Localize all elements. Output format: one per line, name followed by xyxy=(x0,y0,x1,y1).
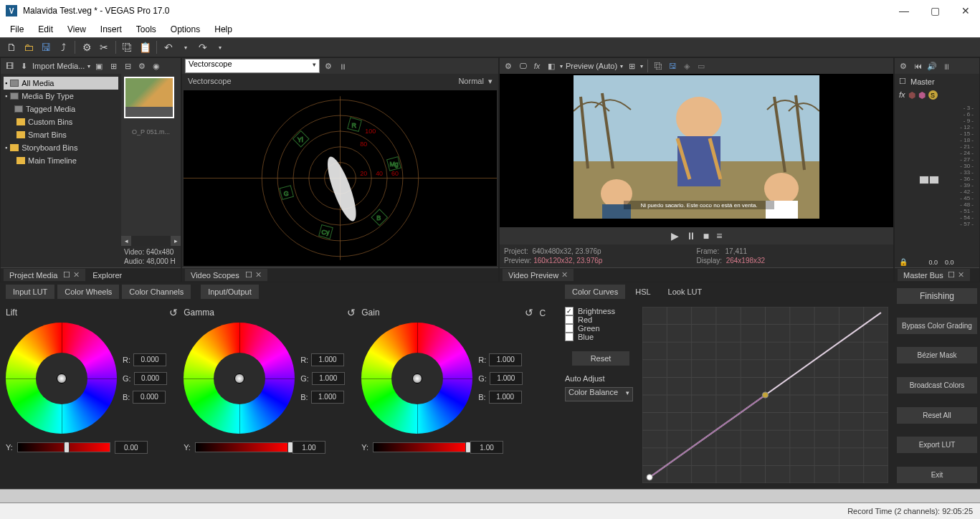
skip-start-icon[interactable]: ⏮ xyxy=(912,60,923,72)
y-input[interactable] xyxy=(470,441,503,454)
color-wheel[interactable] xyxy=(361,323,472,434)
color-wheel[interactable] xyxy=(6,323,117,434)
get-media-icon[interactable]: ⊞ xyxy=(108,60,119,72)
stop-button[interactable]: ■ xyxy=(703,230,709,242)
save-snapshot-icon[interactable]: 🖫 xyxy=(667,60,678,72)
channel-blue[interactable]: Blue xyxy=(565,333,637,341)
split-screen-icon[interactable]: ◧ xyxy=(546,60,557,72)
master-plugin-icon-3[interactable]: S xyxy=(928,90,938,100)
overlay-icon[interactable]: ⊞ xyxy=(626,60,637,72)
tab-color-curves[interactable]: Color Curves xyxy=(565,285,625,299)
menu-file[interactable]: File xyxy=(3,23,31,36)
menu-help[interactable]: Help xyxy=(207,23,239,36)
master-plugin-icon-1[interactable]: ⬢ xyxy=(908,90,915,100)
tab-video-preview[interactable]: Video Preview ✕ xyxy=(503,269,574,281)
tab-color-wheels[interactable]: Color Wheels xyxy=(57,285,119,299)
tab-input-lut[interactable]: Input LUT xyxy=(6,285,54,299)
color-wheel[interactable] xyxy=(184,323,295,434)
cut-icon[interactable]: ✂ xyxy=(97,40,111,54)
g-input[interactable] xyxy=(490,372,523,385)
tab-explorer[interactable]: Explorer xyxy=(87,270,128,281)
g-input[interactable] xyxy=(134,372,167,385)
copy-snapshot-icon[interactable]: ⿻ xyxy=(652,60,664,72)
b-input[interactable] xyxy=(489,391,522,404)
mixer-options-icon[interactable]: ⫼ xyxy=(941,60,952,72)
undo-dropdown-icon[interactable]: ▾ xyxy=(179,40,193,54)
tab-master-bus[interactable]: Master Bus ☐ ✕ xyxy=(898,269,970,281)
reset-icon[interactable]: ↺ xyxy=(347,307,356,318)
y-input[interactable] xyxy=(292,441,325,454)
media-props-icon[interactable]: ⚙ xyxy=(136,60,148,72)
toggle-icon-1[interactable]: ◈ xyxy=(681,60,693,72)
media-icon-1[interactable]: 🎞 xyxy=(4,60,15,72)
pause-button[interactable]: ⏸ xyxy=(686,230,696,242)
scope-settings-icon[interactable]: ⚙ xyxy=(323,60,334,72)
menu-insert[interactable]: Insert xyxy=(93,23,129,36)
tree-media-by-type[interactable]: ▪Media By Type xyxy=(4,90,118,103)
media-scrollbar[interactable]: ◂▸ xyxy=(121,236,181,246)
bezier-mask-button[interactable]: Bézier Mask xyxy=(897,347,977,363)
reset-icon[interactable]: ↺ xyxy=(525,307,533,318)
scope-mode-dropdown[interactable]: Normal ▾ xyxy=(458,77,493,86)
capture-icon[interactable]: ▣ xyxy=(93,60,105,72)
video-fx-icon[interactable]: fx xyxy=(531,60,543,72)
save-icon[interactable]: 🖫 xyxy=(39,40,53,54)
curves-canvas[interactable] xyxy=(642,307,888,483)
maximize-button[interactable]: ▢ xyxy=(926,4,944,18)
auto-adjust-dropdown[interactable]: Color Balance xyxy=(565,387,633,401)
playlist-button[interactable]: ≡ xyxy=(716,230,722,242)
r-input[interactable] xyxy=(489,353,522,366)
import-media-button[interactable]: Import Media... xyxy=(32,62,85,70)
master-plugin-icon-2[interactable]: ⬢ xyxy=(918,90,926,100)
channel-brightness[interactable]: ✓Brightness xyxy=(565,307,637,315)
exit-button[interactable]: Exit xyxy=(897,467,977,483)
scope-histogram-icon[interactable]: ⫼ xyxy=(337,60,348,72)
import-icon[interactable]: ⬇ xyxy=(18,60,29,72)
timeline-scroll-area[interactable] xyxy=(0,489,980,503)
menu-view[interactable]: View xyxy=(60,23,93,36)
close-button[interactable]: ✕ xyxy=(957,4,974,18)
tab-hsl[interactable]: HSL xyxy=(628,285,657,299)
g-input[interactable] xyxy=(312,372,345,385)
render-icon[interactable]: ⤴ xyxy=(56,40,70,54)
y-slider[interactable] xyxy=(373,442,466,452)
b-input[interactable] xyxy=(133,391,166,404)
tree-tagged-media[interactable]: Tagged Media xyxy=(4,103,118,115)
open-icon[interactable]: 🗀 xyxy=(22,40,36,54)
y-input[interactable] xyxy=(115,441,148,454)
play-button[interactable]: ▶ xyxy=(671,230,679,242)
b-input[interactable] xyxy=(311,391,344,404)
remove-icon[interactable]: ⊟ xyxy=(122,60,133,72)
broadcast-colors-button[interactable]: Broadcast Colors xyxy=(897,377,977,394)
undo-icon[interactable]: ↶ xyxy=(161,40,176,54)
external-monitor-icon[interactable]: 🖵 xyxy=(517,60,528,72)
menu-edit[interactable]: Edit xyxy=(31,23,60,36)
tab-video-scopes[interactable]: Video Scopes ☐ ✕ xyxy=(185,269,267,281)
scope-type-dropdown[interactable]: Vectorscope xyxy=(185,59,320,73)
dim-icon[interactable]: 🔊 xyxy=(926,60,938,72)
menu-tools[interactable]: Tools xyxy=(129,23,163,36)
y-slider[interactable] xyxy=(195,442,288,452)
curves-reset-button[interactable]: Reset xyxy=(572,351,629,366)
mute-solo-buttons[interactable] xyxy=(919,176,939,184)
lock-icon[interactable]: 🔒 xyxy=(899,258,908,266)
toggle-icon-2[interactable]: ▭ xyxy=(695,60,707,72)
minimize-button[interactable]: — xyxy=(895,4,913,18)
preview-prefs-icon[interactable]: ⚙ xyxy=(503,60,514,72)
tab-finishing[interactable]: Finishing xyxy=(897,288,977,304)
tab-input-output[interactable]: Input/Output xyxy=(201,285,259,299)
tree-all-media[interactable]: ▪All Media xyxy=(4,77,118,90)
properties-icon[interactable]: ⚙ xyxy=(80,40,94,54)
redo-dropdown-icon[interactable]: ▾ xyxy=(213,40,227,54)
disc-icon[interactable]: ◉ xyxy=(151,60,162,72)
tree-smart-bins[interactable]: Smart Bins xyxy=(4,128,118,141)
new-project-icon[interactable]: 🗋 xyxy=(4,40,19,54)
tree-main-timeline[interactable]: Main Timeline xyxy=(4,154,118,167)
r-input[interactable] xyxy=(311,353,344,366)
export-lut-button[interactable]: Export LUT xyxy=(897,437,977,453)
reset-icon[interactable]: ↺ xyxy=(169,307,178,318)
redo-icon[interactable]: ↷ xyxy=(196,40,210,54)
reset-all-button[interactable]: Reset All xyxy=(897,407,977,424)
master-fx-icon[interactable]: fx xyxy=(899,90,905,100)
tab-look-lut[interactable]: Look LUT xyxy=(661,285,710,299)
